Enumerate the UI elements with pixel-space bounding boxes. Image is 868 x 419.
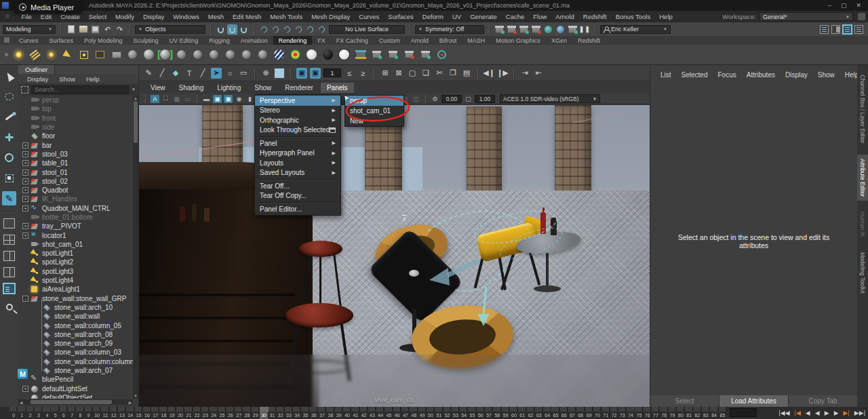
batch-render-cancel-icon[interactable]: [402, 47, 416, 62]
render-sequence-icon[interactable]: [519, 24, 529, 35]
layout-single[interactable]: [3, 218, 15, 228]
expand-toggle[interactable]: +: [22, 196, 28, 202]
menu-help[interactable]: Help: [655, 13, 677, 20]
shelf-tab-bifrost[interactable]: Bifrost: [434, 36, 462, 45]
menu-display[interactable]: Display: [139, 13, 169, 20]
render-snapshot-icon[interactable]: [555, 24, 566, 35]
bookmark-icon[interactable]: ▮: [245, 95, 254, 103]
submenu-item-shot-cam-01[interactable]: shot_cam_01: [345, 106, 403, 116]
outliner-menu-help[interactable]: Help: [81, 75, 104, 83]
snap-curve-icon[interactable]: [227, 24, 237, 35]
select-camera-icon[interactable]: ⛶: [161, 95, 170, 103]
menu-item-layouts[interactable]: Layouts▶: [255, 158, 340, 168]
black-ball-icon[interactable]: [321, 47, 335, 62]
expand-toggle[interactable]: +: [22, 151, 28, 157]
move-tool[interactable]: ✛: [2, 130, 16, 144]
ramp-ball-icon[interactable]: [288, 47, 302, 62]
outliner-menu-display[interactable]: Display: [22, 75, 53, 83]
minimize-button[interactable]: –: [828, 2, 831, 9]
snap-curve-2-icon[interactable]: [271, 24, 281, 35]
undo-icon[interactable]: ↶: [102, 24, 113, 35]
frame-prev-icon[interactable]: ▣: [296, 68, 307, 79]
shelf-tab-rendering[interactable]: Rendering: [273, 36, 313, 45]
live-surface-field[interactable]: No Live Surface: [329, 25, 405, 34]
user-account-dropdown[interactable]: Eric Keller▼: [600, 25, 671, 34]
shelf-tab-xgen[interactable]: XGen: [546, 36, 572, 45]
render-layers-icon[interactable]: [568, 24, 578, 35]
shelf-mini-toggle[interactable]: [3, 47, 9, 63]
wire-icon[interactable]: ◫: [412, 95, 420, 103]
panel-menu-panels[interactable]: Panels: [321, 83, 354, 93]
res-gate-icon[interactable]: ▣: [213, 95, 222, 103]
menu-generate[interactable]: Generate: [466, 13, 502, 20]
menu-create[interactable]: Create: [56, 13, 85, 20]
workspace-gear-icon[interactable]: [858, 13, 865, 20]
paint-select-tool[interactable]: [2, 110, 16, 124]
render-target-icon[interactable]: [435, 47, 449, 62]
close-button[interactable]: ✕: [856, 2, 861, 9]
submenu-item-new[interactable]: New: [345, 116, 403, 126]
snap-curve-3-icon[interactable]: [282, 24, 292, 35]
layout-tall-pair[interactable]: [3, 267, 15, 277]
panel-menu-shading[interactable]: Shading: [173, 83, 210, 93]
ellipse-icon[interactable]: ○: [224, 68, 235, 79]
film-gate-icon[interactable]: ▭: [183, 95, 192, 103]
copy-tab-button[interactable]: Copy Tab: [789, 395, 857, 407]
outliner-item-stone-wall-column-03[interactable]: stone_wall:column_03: [31, 348, 133, 357]
color-swatch[interactable]: [274, 68, 285, 79]
lambert-small-4-icon[interactable]: [223, 47, 237, 62]
standard-surface-icon[interactable]: [142, 47, 156, 62]
menu-modify[interactable]: Modify: [111, 13, 139, 20]
menu-item-panel-editor-[interactable]: Panel Editor...: [255, 204, 340, 214]
shelf-tab-surfaces[interactable]: Surfaces: [44, 36, 79, 45]
dup-frame-icon[interactable]: ❏: [420, 68, 431, 79]
viewport-scene[interactable]: x shot_cam_01: [139, 105, 650, 407]
menu-bonus-tools[interactable]: Bonus Tools: [611, 13, 655, 20]
layout-pair[interactable]: [3, 251, 15, 261]
menu-curves[interactable]: Curves: [355, 13, 384, 20]
zoom-tool[interactable]: [2, 300, 16, 314]
panel-channelbox-toggle-icon[interactable]: [854, 25, 863, 34]
render-settings-icon[interactable]: [353, 47, 368, 62]
outliner-item-stone-wall-wall[interactable]: stone_wall:wall: [31, 312, 133, 321]
load-attributes-button[interactable]: Load Attributes: [719, 395, 788, 407]
shelf-tab-mash[interactable]: MASH: [462, 36, 490, 45]
outliner-item-side[interactable]: side: [18, 123, 133, 132]
outliner-vertical-scrollbar[interactable]: ▲▼: [133, 96, 138, 399]
menu-uv[interactable]: UV: [448, 13, 465, 20]
rotate-tool[interactable]: [2, 151, 16, 165]
menu-item-orthographic[interactable]: Orthographic▶: [255, 115, 340, 125]
menu-arnold[interactable]: Arnold: [551, 13, 578, 20]
outliner-item-spotlight3[interactable]: spotLight3: [18, 267, 133, 276]
folder-open-icon[interactable]: [78, 24, 88, 35]
selection-mask-dropdown[interactable]: ▼Objects: [135, 25, 205, 34]
camera-icon[interactable]: ▬: [202, 95, 211, 103]
select-stroke-icon[interactable]: ➤: [211, 68, 222, 79]
ipr-render-icon[interactable]: [543, 24, 553, 35]
outliner-item-bluepencil[interactable]: bluePencil: [18, 375, 133, 384]
text-icon[interactable]: T: [184, 68, 195, 79]
outliner-item-bottle-01-bottom[interactable]: bottle_01:bottom: [18, 213, 133, 222]
outliner-item-aiarealight1[interactable]: aiAreaLight1: [18, 285, 133, 294]
snap-curve-6-icon[interactable]: [317, 24, 327, 35]
workspace-dropdown[interactable]: General*▼: [760, 12, 853, 21]
go-to-end-icon[interactable]: ▶▶|: [854, 410, 865, 416]
outliner-search-input[interactable]: [31, 85, 129, 94]
pivot-icon[interactable]: ⊕: [260, 68, 271, 79]
menu-redshift[interactable]: Redshift: [578, 13, 611, 20]
selected-material-icon[interactable]: []: [158, 47, 172, 62]
panel-menu-view[interactable]: View: [144, 83, 172, 93]
pencil-icon[interactable]: ✎: [143, 68, 154, 79]
menu-edit-mesh[interactable]: Edit Mesh: [229, 13, 266, 20]
field-chart-icon[interactable]: ◉: [235, 95, 243, 103]
select-tool[interactable]: [2, 69, 16, 83]
directional-light-icon[interactable]: [28, 47, 42, 62]
light-coin-icon[interactable]: [125, 47, 140, 62]
search-filter-dropdown-icon[interactable]: ▼: [132, 87, 136, 92]
play-back-icon[interactable]: ◀: [815, 410, 820, 416]
cut-icon[interactable]: ✄: [434, 68, 445, 79]
volume-light-icon[interactable]: [93, 47, 107, 62]
outliner-item-defaultobjectset[interactable]: defaultObjectSet: [18, 393, 133, 399]
menu-item-hypergraph-panel[interactable]: Hypergraph Panel▶: [255, 148, 340, 159]
panel-outliner-toggle-icon[interactable]: [820, 25, 829, 34]
